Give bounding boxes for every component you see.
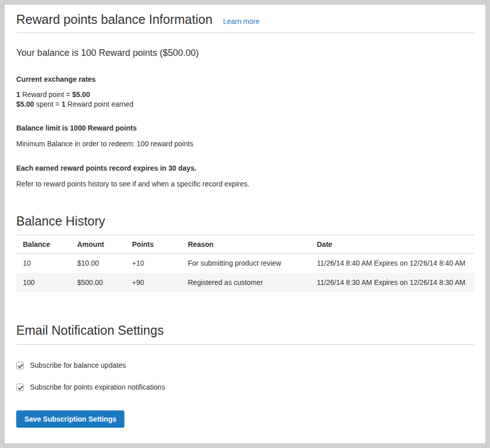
- cell-balance: 10: [16, 253, 71, 273]
- exchange-rates-lines: 1 Reward point = $5.00 $5.00 spent = 1 R…: [16, 90, 474, 109]
- balance-updates-option[interactable]: Subscribe for balance updates: [16, 361, 474, 369]
- column-header-points: Points: [125, 235, 181, 253]
- column-header-reason: Reason: [181, 235, 310, 253]
- check-icon: [18, 386, 23, 390]
- cell-points: +10: [125, 253, 181, 273]
- learn-more-link[interactable]: Learn more: [223, 17, 259, 25]
- cell-date: 11/26/14 8:40 AM Expires on 12/26/14 8:4…: [310, 253, 474, 273]
- column-header-balance: Balance: [16, 235, 71, 253]
- column-header-amount: Amount: [71, 235, 125, 253]
- cell-points: +90: [125, 273, 181, 292]
- checkbox-label: Subscribe for balance updates: [30, 361, 126, 369]
- expiration-notice-text: Each earned reward points record expires…: [16, 164, 474, 173]
- minimum-balance-text: Minimum Balance in order to redeem: 100 …: [16, 139, 474, 149]
- balance-limit-text: Balance limit is 1000 Reward points: [16, 123, 474, 133]
- cell-balance: 100: [16, 273, 71, 292]
- balance-history-table: Balance Amount Points Reason Date 10 $10…: [16, 235, 474, 292]
- checkbox-label: Subscribe for points expiration notifica…: [30, 383, 165, 391]
- save-subscription-settings-button[interactable]: Save Subscription Settings: [16, 410, 124, 428]
- cell-date: 11/26/14 8:30 AM Expires on 12/26/14 8:3…: [310, 273, 474, 292]
- cell-amount: $10.00: [71, 253, 125, 273]
- table-row: 100 $500.00 +90 Registered as customer 1…: [16, 273, 474, 292]
- exchange-rates-heading: Current exchange rates: [16, 75, 474, 84]
- cell-reason: Registered as customer: [181, 273, 310, 292]
- page-header: Reward points balance Information Learn …: [16, 11, 474, 33]
- reward-points-panel: Reward points balance Information Learn …: [4, 4, 486, 444]
- column-header-date: Date: [310, 235, 474, 253]
- balance-summary: Your balance is 100 Reward points ($500.…: [16, 47, 474, 59]
- balance-history-heading: Balance History: [16, 213, 474, 229]
- balance-updates-checkbox[interactable]: [16, 362, 24, 369]
- check-icon: [18, 364, 23, 368]
- points-expiration-checkbox[interactable]: [16, 383, 24, 391]
- expiration-hint-text: Refer to reward points history to see if…: [16, 179, 474, 189]
- cell-reason: For submitting product review: [181, 253, 310, 273]
- exchange-rate-line-2: $5.00 spent = 1 Reward point earned: [16, 100, 474, 109]
- cell-amount: $500.00: [71, 273, 125, 292]
- page-title: Reward points balance Information: [16, 12, 212, 27]
- email-settings-heading: Email Notification Settings: [16, 323, 474, 338]
- table-header-row: Balance Amount Points Reason Date: [16, 235, 474, 253]
- exchange-rate-line-1: 1 Reward point = $5.00: [16, 90, 474, 100]
- points-expiration-option[interactable]: Subscribe for points expiration notifica…: [16, 383, 474, 391]
- table-row: 10 $10.00 +10 For submitting product rev…: [16, 253, 474, 273]
